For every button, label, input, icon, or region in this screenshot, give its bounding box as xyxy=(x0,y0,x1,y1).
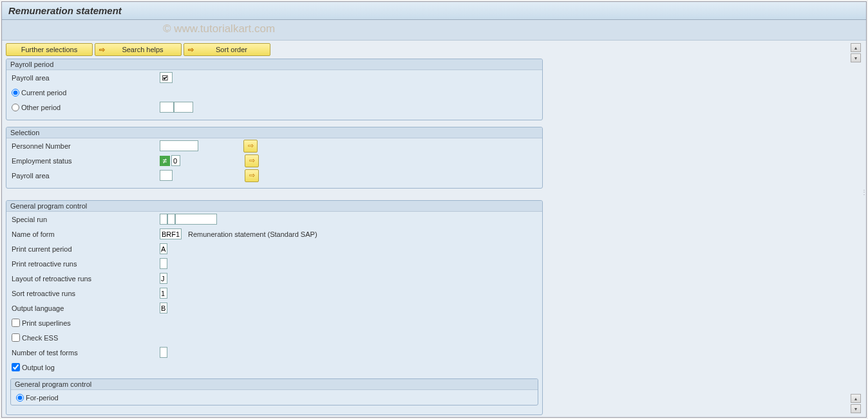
selection-toolbar: Further selections ⇨ Search helps ⇨ Sort… xyxy=(6,43,849,56)
button-label: Further selections xyxy=(21,46,77,53)
output-log-label: Output log xyxy=(22,364,55,371)
sort-retro-input[interactable] xyxy=(160,288,167,299)
print-superlines-label: Print superlines xyxy=(22,319,71,327)
num-test-forms-input[interactable] xyxy=(160,347,167,358)
group-header: Selection xyxy=(6,127,542,138)
arrow-right-icon: ⇨ xyxy=(188,46,197,54)
app-frame: Remuneration statement © www.tutorialkar… xyxy=(1,1,867,418)
group-header: Payroll period xyxy=(6,59,542,70)
output-lang-label: Output language xyxy=(12,304,160,312)
print-current-period-label: Print current period xyxy=(12,245,160,253)
group-header: General program control xyxy=(11,379,538,390)
print-superlines-checkbox[interactable] xyxy=(12,319,20,327)
multiple-selection-button[interactable]: ⇨ xyxy=(245,169,259,182)
button-label: Search helps xyxy=(108,46,177,53)
current-period-label: Current period xyxy=(21,89,66,97)
special-run-input2[interactable] xyxy=(167,214,175,225)
chevron-up-icon: ▴ xyxy=(854,396,857,402)
group-header: General program control xyxy=(6,201,542,212)
arrow-right-icon: ⇨ xyxy=(249,156,255,165)
scroll-up-button[interactable]: ▴ xyxy=(851,394,861,403)
for-period-radio[interactable] xyxy=(16,394,24,402)
special-run-input1[interactable] xyxy=(160,214,167,225)
other-period-input1[interactable] xyxy=(160,102,174,113)
scroll-down-button[interactable]: ▾ xyxy=(851,53,861,62)
scroll-up-button[interactable]: ▴ xyxy=(851,43,861,52)
page-title: Remuneration statement xyxy=(8,5,122,16)
button-label: Sort order xyxy=(197,46,266,53)
personnel-number-label: Personnel Number xyxy=(12,142,160,150)
current-period-radio[interactable] xyxy=(12,89,19,97)
form-description: Remuneration statement (Standard SAP) xyxy=(188,230,317,238)
chevron-down-icon: ▾ xyxy=(854,55,857,61)
sel-payroll-area-label: Payroll area xyxy=(12,172,160,180)
payroll-area-input[interactable] xyxy=(160,72,173,83)
sort-order-button[interactable]: ⇨ Sort order xyxy=(184,43,270,56)
chevron-down-icon: ▾ xyxy=(854,406,857,412)
general-sub-group: General program control For-period xyxy=(10,378,538,405)
print-retro-label: Print retroactive runs xyxy=(12,260,160,268)
other-period-label: Other period xyxy=(21,104,61,111)
employment-status-input[interactable] xyxy=(171,155,180,166)
chevron-up-icon: ▴ xyxy=(854,45,857,51)
num-test-forms-label: Number of test forms xyxy=(12,349,160,357)
output-log-checkbox[interactable] xyxy=(12,363,20,371)
special-run-label: Special run xyxy=(12,216,160,223)
special-run-input3[interactable] xyxy=(175,214,217,225)
layout-retro-label: Layout of retroactive runs xyxy=(12,275,160,283)
check-ess-label: Check ESS xyxy=(22,334,58,342)
resize-grip-icon[interactable]: ⋮⋮ xyxy=(861,189,865,203)
title-bar: Remuneration statement xyxy=(2,2,866,20)
personnel-number-input[interactable] xyxy=(160,140,198,151)
sort-retro-label: Sort retroactive runs xyxy=(12,290,160,297)
name-of-form-input[interactable] xyxy=(160,228,182,239)
scroll-down-button[interactable]: ▾ xyxy=(851,404,861,413)
payroll-area-label: Payroll area xyxy=(12,74,160,82)
general-program-control-group: General program control Special run Name… xyxy=(6,200,543,415)
sub-toolbar xyxy=(2,20,866,41)
not-equal-icon: ≠ xyxy=(160,156,170,166)
arrow-right-icon: ⇨ xyxy=(248,142,254,150)
output-lang-input[interactable] xyxy=(160,303,167,313)
name-of-form-label: Name of form xyxy=(12,230,160,238)
print-retro-input[interactable] xyxy=(160,258,167,269)
payroll-period-group: Payroll period Payroll area Current peri… xyxy=(6,59,543,120)
multiple-selection-button[interactable]: ⇨ xyxy=(243,140,258,153)
print-current-period-input[interactable] xyxy=(160,243,167,254)
other-period-input2[interactable] xyxy=(174,102,193,113)
other-period-radio[interactable] xyxy=(12,104,19,111)
employment-status-label: Employment status xyxy=(12,157,160,165)
bottom-scroll-buttons: ▴ ▾ xyxy=(851,394,861,413)
for-period-label: For-period xyxy=(26,394,59,402)
arrow-right-icon: ⇨ xyxy=(99,46,108,54)
further-selections-button[interactable]: Further selections xyxy=(6,43,93,56)
search-helps-button[interactable]: ⇨ Search helps xyxy=(95,43,182,56)
top-scroll-buttons: ▴ ▾ xyxy=(851,43,862,419)
layout-retro-input[interactable] xyxy=(160,273,167,284)
multiple-selection-button[interactable]: ⇨ xyxy=(245,154,259,167)
sel-payroll-area-input[interactable] xyxy=(160,170,173,181)
selection-group: Selection Personnel Number ⇨ Employment … xyxy=(6,127,543,189)
arrow-right-icon: ⇨ xyxy=(249,171,255,180)
check-ess-checkbox[interactable] xyxy=(12,333,20,342)
